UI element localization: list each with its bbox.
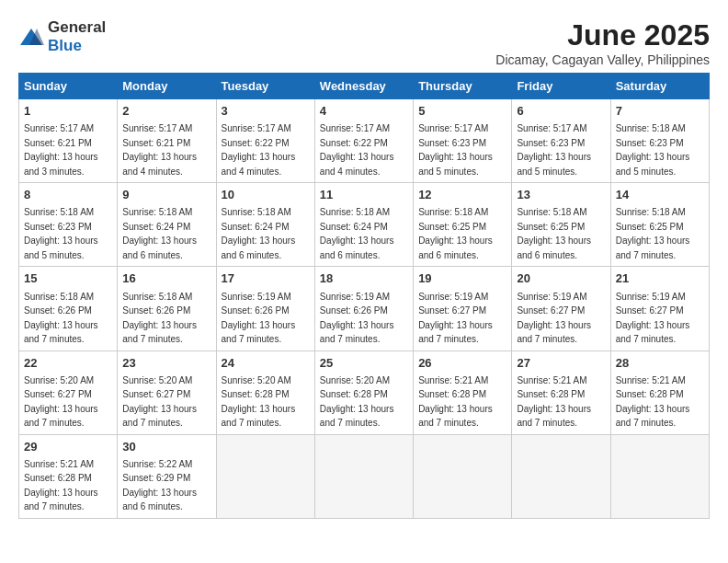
day-number: 3 <box>222 103 310 120</box>
header-wednesday: Wednesday <box>314 74 413 99</box>
day-number: 5 <box>418 103 506 120</box>
week-row-2: 8 Sunrise: 5:18 AMSunset: 6:23 PMDayligh… <box>19 183 710 267</box>
day-info: Sunrise: 5:17 AMSunset: 6:23 PMDaylight:… <box>418 123 493 177</box>
day-info: Sunrise: 5:21 AMSunset: 6:28 PMDaylight:… <box>616 375 690 429</box>
day-number: 17 <box>222 270 310 287</box>
month-year: June 2025 <box>495 18 710 52</box>
day-info: Sunrise: 5:20 AMSunset: 6:28 PMDaylight:… <box>320 375 394 429</box>
day-number: 30 <box>122 439 210 455</box>
header-tuesday: Tuesday <box>216 74 314 99</box>
table-row <box>414 434 512 518</box>
day-number: 4 <box>320 103 408 120</box>
day-info: Sunrise: 5:19 AMSunset: 6:27 PMDaylight:… <box>418 292 493 345</box>
day-info: Sunrise: 5:18 AMSunset: 6:23 PMDaylight:… <box>24 207 98 260</box>
table-row: 27 Sunrise: 5:21 AMSunset: 6:28 PMDaylig… <box>512 350 610 434</box>
day-number: 15 <box>24 270 112 287</box>
logo-blue: Blue <box>48 37 82 54</box>
table-row <box>216 434 314 518</box>
day-number: 14 <box>616 187 704 203</box>
day-info: Sunrise: 5:18 AMSunset: 6:23 PMDaylight:… <box>616 123 690 177</box>
table-row <box>512 434 610 518</box>
table-row: 12 Sunrise: 5:18 AMSunset: 6:25 PMDaylig… <box>414 183 512 267</box>
day-number: 23 <box>122 355 210 372</box>
day-number: 27 <box>517 355 605 372</box>
table-row: 29 Sunrise: 5:21 AMSunset: 6:28 PMDaylig… <box>19 434 118 518</box>
day-number: 12 <box>418 187 506 203</box>
day-number: 6 <box>517 103 605 120</box>
day-info: Sunrise: 5:18 AMSunset: 6:25 PMDaylight:… <box>418 207 493 260</box>
day-info: Sunrise: 5:17 AMSunset: 6:22 PMDaylight:… <box>320 123 394 177</box>
day-number: 13 <box>517 187 605 203</box>
day-info: Sunrise: 5:18 AMSunset: 6:24 PMDaylight:… <box>320 207 394 260</box>
day-info: Sunrise: 5:21 AMSunset: 6:28 PMDaylight:… <box>517 375 591 429</box>
table-row <box>314 434 413 518</box>
day-number: 2 <box>122 103 210 120</box>
table-row: 14 Sunrise: 5:18 AMSunset: 6:25 PMDaylig… <box>610 183 709 267</box>
table-row: 26 Sunrise: 5:21 AMSunset: 6:28 PMDaylig… <box>414 350 512 434</box>
day-info: Sunrise: 5:18 AMSunset: 6:26 PMDaylight:… <box>24 292 98 345</box>
table-row: 1 Sunrise: 5:17 AMSunset: 6:21 PMDayligh… <box>19 99 118 183</box>
day-number: 10 <box>222 187 310 203</box>
day-number: 8 <box>24 187 112 203</box>
table-row: 11 Sunrise: 5:18 AMSunset: 6:24 PMDaylig… <box>314 183 413 267</box>
table-row: 4 Sunrise: 5:17 AMSunset: 6:22 PMDayligh… <box>314 99 413 183</box>
day-number: 11 <box>320 187 408 203</box>
table-row: 20 Sunrise: 5:19 AMSunset: 6:27 PMDaylig… <box>512 267 610 350</box>
table-row: 3 Sunrise: 5:17 AMSunset: 6:22 PMDayligh… <box>216 99 314 183</box>
day-number: 28 <box>616 355 704 372</box>
day-info: Sunrise: 5:18 AMSunset: 6:25 PMDaylight:… <box>517 207 591 260</box>
day-info: Sunrise: 5:19 AMSunset: 6:27 PMDaylight:… <box>517 292 591 345</box>
table-row: 16 Sunrise: 5:18 AMSunset: 6:26 PMDaylig… <box>118 267 216 350</box>
day-info: Sunrise: 5:18 AMSunset: 6:24 PMDaylight:… <box>222 207 296 260</box>
day-number: 29 <box>24 439 112 455</box>
table-row: 2 Sunrise: 5:17 AMSunset: 6:21 PMDayligh… <box>118 99 216 183</box>
day-number: 9 <box>122 187 210 203</box>
table-row: 28 Sunrise: 5:21 AMSunset: 6:28 PMDaylig… <box>610 350 709 434</box>
header-monday: Monday <box>118 74 216 99</box>
day-number: 1 <box>24 103 112 120</box>
day-info: Sunrise: 5:17 AMSunset: 6:21 PMDaylight:… <box>122 123 197 177</box>
day-number: 24 <box>222 355 310 372</box>
logo-text: General Blue <box>48 18 106 55</box>
week-row-3: 15 Sunrise: 5:18 AMSunset: 6:26 PMDaylig… <box>19 267 710 350</box>
logo-icon <box>18 27 44 47</box>
day-info: Sunrise: 5:20 AMSunset: 6:27 PMDaylight:… <box>122 375 197 429</box>
day-number: 19 <box>418 270 506 287</box>
day-info: Sunrise: 5:19 AMSunset: 6:26 PMDaylight:… <box>320 292 394 345</box>
table-row: 5 Sunrise: 5:17 AMSunset: 6:23 PMDayligh… <box>414 99 512 183</box>
title-section: June 2025 Dicamay, Cagayan Valley, Phili… <box>495 18 710 67</box>
day-info: Sunrise: 5:20 AMSunset: 6:28 PMDaylight:… <box>222 375 296 429</box>
logo: General Blue <box>18 18 106 55</box>
table-row: 19 Sunrise: 5:19 AMSunset: 6:27 PMDaylig… <box>414 267 512 350</box>
table-row <box>610 434 709 518</box>
day-info: Sunrise: 5:17 AMSunset: 6:23 PMDaylight:… <box>517 123 591 177</box>
day-info: Sunrise: 5:21 AMSunset: 6:28 PMDaylight:… <box>418 375 493 429</box>
day-info: Sunrise: 5:19 AMSunset: 6:26 PMDaylight:… <box>222 292 296 345</box>
header-friday: Friday <box>512 74 610 99</box>
header-saturday: Saturday <box>610 74 709 99</box>
day-number: 7 <box>616 103 704 120</box>
table-row: 6 Sunrise: 5:17 AMSunset: 6:23 PMDayligh… <box>512 99 610 183</box>
location: Dicamay, Cagayan Valley, Philippines <box>495 52 710 67</box>
week-row-5: 29 Sunrise: 5:21 AMSunset: 6:28 PMDaylig… <box>19 434 710 518</box>
table-row: 10 Sunrise: 5:18 AMSunset: 6:24 PMDaylig… <box>216 183 314 267</box>
header-sunday: Sunday <box>19 74 118 99</box>
table-row: 21 Sunrise: 5:19 AMSunset: 6:27 PMDaylig… <box>610 267 709 350</box>
day-info: Sunrise: 5:18 AMSunset: 6:24 PMDaylight:… <box>122 207 197 260</box>
day-number: 22 <box>24 355 112 372</box>
table-row: 30 Sunrise: 5:22 AMSunset: 6:29 PMDaylig… <box>118 434 216 518</box>
day-number: 20 <box>517 270 605 287</box>
day-info: Sunrise: 5:17 AMSunset: 6:21 PMDaylight:… <box>24 123 98 177</box>
day-number: 26 <box>418 355 506 372</box>
week-row-4: 22 Sunrise: 5:20 AMSunset: 6:27 PMDaylig… <box>19 350 710 434</box>
table-row: 7 Sunrise: 5:18 AMSunset: 6:23 PMDayligh… <box>610 99 709 183</box>
table-row: 25 Sunrise: 5:20 AMSunset: 6:28 PMDaylig… <box>314 350 413 434</box>
table-row: 13 Sunrise: 5:18 AMSunset: 6:25 PMDaylig… <box>512 183 610 267</box>
table-row: 23 Sunrise: 5:20 AMSunset: 6:27 PMDaylig… <box>118 350 216 434</box>
day-info: Sunrise: 5:18 AMSunset: 6:26 PMDaylight:… <box>122 292 197 345</box>
calendar-table: Sunday Monday Tuesday Wednesday Thursday… <box>18 73 710 519</box>
day-number: 25 <box>320 355 408 372</box>
page-header: General Blue June 2025 Dicamay, Cagayan … <box>18 18 710 67</box>
table-row: 8 Sunrise: 5:18 AMSunset: 6:23 PMDayligh… <box>19 183 118 267</box>
day-info: Sunrise: 5:21 AMSunset: 6:28 PMDaylight:… <box>24 459 98 512</box>
